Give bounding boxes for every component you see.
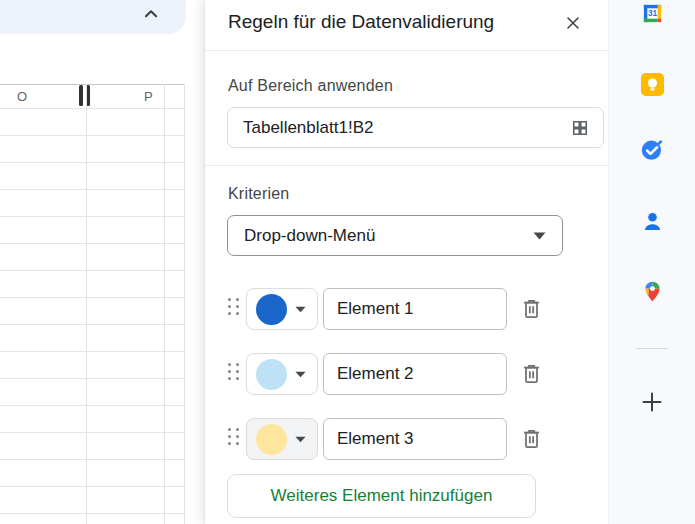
delete-item-button[interactable] <box>517 360 545 388</box>
spreadsheet-grid[interactable] <box>0 108 185 524</box>
chevron-up-icon <box>140 3 162 25</box>
google-tasks-icon <box>640 138 664 162</box>
data-validation-panel: Regeln für die Datenvalidierung Auf Bere… <box>205 0 608 524</box>
column-header-o[interactable]: O <box>17 89 27 104</box>
tasks-panel-button[interactable] <box>636 134 668 166</box>
trash-icon <box>519 296 544 321</box>
range-field <box>227 107 604 148</box>
workspace-side-rail: 31 <box>608 0 695 524</box>
color-swatch-dark-blue <box>256 294 287 325</box>
column-resize-handle[interactable] <box>79 85 91 106</box>
google-sheets-window: O P Regeln für die Datenvalidierung Auf … <box>0 0 695 524</box>
item-color-button[interactable] <box>246 353 318 395</box>
svg-text:31: 31 <box>647 9 657 18</box>
grid-edge-line <box>184 84 185 524</box>
contacts-panel-button[interactable] <box>636 205 668 237</box>
chevron-down-icon <box>295 371 306 378</box>
spreadsheet-area: O P <box>0 0 205 524</box>
color-swatch-light-blue <box>256 359 287 390</box>
close-panel-button[interactable] <box>559 10 587 38</box>
table-grid-icon <box>570 118 590 138</box>
range-input[interactable] <box>243 118 570 138</box>
drag-handle[interactable] <box>228 428 239 445</box>
delete-item-button[interactable] <box>517 425 545 453</box>
google-keep-icon <box>641 73 664 96</box>
trash-icon <box>519 361 544 386</box>
plus-icon <box>641 391 663 413</box>
dropdown-item-row <box>227 352 587 396</box>
column-header-row: O P <box>0 84 185 109</box>
color-swatch-light-yellow <box>256 424 287 455</box>
column-header-p[interactable]: P <box>144 89 153 104</box>
dropdown-item-row <box>227 417 587 461</box>
drag-handle[interactable] <box>228 363 239 380</box>
trash-icon <box>519 426 544 451</box>
item-color-button[interactable] <box>246 288 318 330</box>
panel-title: Regeln für die Datenvalidierung <box>228 11 494 33</box>
grid-column-line <box>164 84 165 524</box>
get-addons-button[interactable] <box>636 386 668 418</box>
maps-panel-button[interactable] <box>636 275 668 307</box>
criteria-dropdown[interactable]: Drop-down-Menü <box>227 215 563 256</box>
item-text-input[interactable] <box>323 353 507 395</box>
chevron-down-icon <box>533 232 546 240</box>
close-icon <box>563 13 583 33</box>
delete-item-button[interactable] <box>517 295 545 323</box>
keep-panel-button[interactable] <box>636 68 668 100</box>
criteria-selected-value: Drop-down-Menü <box>244 226 375 246</box>
criteria-label: Kriterien <box>228 185 289 203</box>
item-color-button[interactable] <box>246 418 318 460</box>
google-maps-icon <box>641 280 664 303</box>
google-contacts-icon <box>641 210 664 233</box>
item-text-input[interactable] <box>323 418 507 460</box>
grid-column-line <box>86 84 87 524</box>
google-calendar-icon: 31 <box>641 2 664 25</box>
chevron-down-icon <box>295 436 306 443</box>
add-item-button[interactable]: Weiteres Element hinzufügen <box>227 474 536 518</box>
rail-divider <box>636 348 668 349</box>
drag-handle[interactable] <box>228 298 239 315</box>
collapse-toolbar-button[interactable] <box>138 2 164 28</box>
section-divider <box>205 165 608 166</box>
select-data-range-button[interactable] <box>570 118 590 138</box>
dropdown-item-row <box>227 287 587 331</box>
panel-header: Regeln für die Datenvalidierung <box>205 0 608 51</box>
apply-to-range-label: Auf Bereich anwenden <box>228 77 393 95</box>
item-text-input[interactable] <box>323 288 507 330</box>
chevron-down-icon <box>295 306 306 313</box>
calendar-panel-button[interactable]: 31 <box>636 0 668 29</box>
